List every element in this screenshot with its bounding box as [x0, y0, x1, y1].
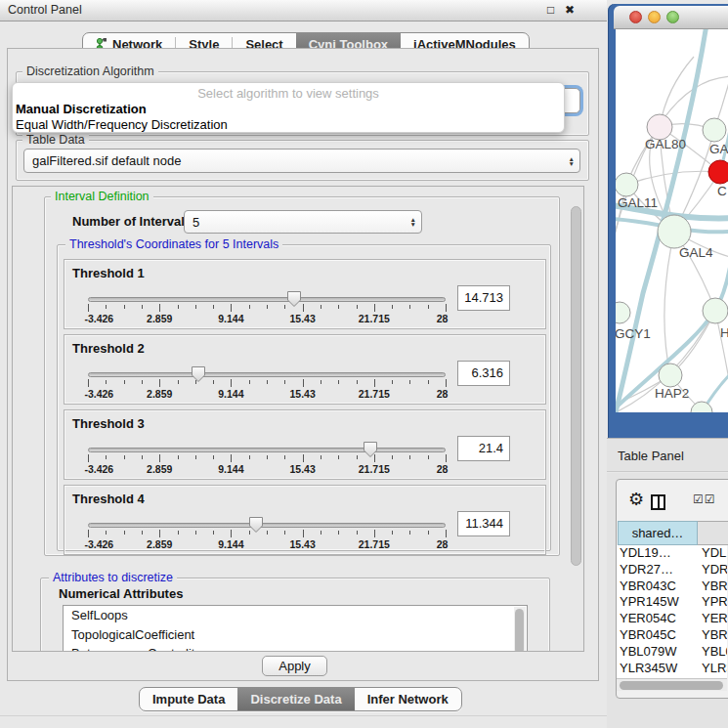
list-scrollbar[interactable] [514, 607, 526, 652]
threshold-slider[interactable]: -3.4262.8599.14415.4321.71528 [88, 442, 446, 479]
slider-thumb[interactable] [363, 441, 378, 458]
slider-tick-label: 21.715 [359, 538, 390, 550]
table-hscrollbar[interactable] [617, 678, 727, 691]
table-row[interactable]: YPR145WYPR1 [617, 594, 727, 611]
table-row[interactable]: YBR043CYBR0 [617, 578, 727, 595]
threshold-box-3: Threshold 3-3.4262.8599.14415.4321.71528… [64, 409, 546, 480]
slider-tick [249, 305, 250, 309]
network-node[interactable] [659, 364, 682, 387]
cyni-mode-tabs: Impute DataDiscretize DataInfer Network [139, 687, 462, 711]
table-panel-title: Table Panel [618, 449, 684, 463]
split-view-icon[interactable] [651, 494, 665, 510]
table-row[interactable]: YBL079WYBL0 [617, 644, 727, 661]
table-row[interactable]: YLR345WYLR3 [617, 661, 727, 677]
slider-tick [142, 531, 143, 535]
table-data-combobox[interactable]: galFiltered.sif default node ▲▼ [23, 149, 580, 173]
list-scrollbar-thumb[interactable] [515, 609, 524, 652]
table-hscrollbar-thumb[interactable] [620, 681, 723, 690]
attribute-item[interactable]: SelfLoops [64, 606, 527, 625]
numerical-attributes-list[interactable]: SelfLoopsTopologicalCoefficientBetweenne… [63, 605, 528, 652]
slider-tick-label: 2.859 [147, 463, 172, 475]
attribute-item[interactable]: BetweennessCentrality [64, 644, 527, 652]
tab-impute-data[interactable]: Impute Data [140, 688, 237, 710]
slider-tick-label: -3.426 [84, 388, 113, 400]
algorithm-option-1[interactable]: Manual Discretization [16, 102, 561, 117]
table-panel-header: Table Panel [607, 438, 728, 472]
slider-tick-label: 28 [437, 388, 449, 400]
network-node[interactable] [658, 215, 691, 248]
slider-tick [284, 531, 285, 535]
slider-track[interactable] [88, 372, 446, 377]
slider-tick [321, 305, 321, 309]
cell-shared-name: YDL19… [620, 545, 671, 562]
threshold-value-field[interactable]: 14.713 [457, 285, 510, 311]
threshold-value-field[interactable]: 6.316 [457, 361, 510, 386]
slider-tick [88, 454, 89, 462]
slider-tick-label: 15.43 [289, 538, 315, 550]
slider-track[interactable] [88, 297, 446, 302]
network-node[interactable] [708, 160, 728, 184]
cell-shared-name: YLR345W [620, 661, 677, 677]
slider-track[interactable] [88, 523, 446, 528]
slider-tick [446, 379, 447, 387]
network-node[interactable] [703, 298, 728, 323]
table-row[interactable]: YDL19…YDL1 [617, 545, 727, 562]
close-traffic-light-icon[interactable] [629, 11, 642, 23]
slider-tick [88, 530, 89, 537]
tab-infer-network[interactable]: Infer Network [355, 688, 461, 710]
threshold-value-field[interactable]: 11.344 [457, 511, 510, 536]
slider-tick [267, 455, 268, 459]
table-row[interactable]: YBR045CYBR0 [617, 627, 727, 644]
network-node[interactable] [703, 118, 726, 142]
slider-tick [409, 531, 410, 535]
slider-thumb[interactable] [286, 290, 302, 308]
slider-tick [409, 380, 410, 384]
cell-shared-name: YBR045C [620, 627, 676, 644]
slider-tick-label: 9.144 [218, 463, 243, 475]
threshold-slider[interactable]: -3.4262.8599.14415.4321.71528 [88, 517, 446, 554]
slider-tick [392, 380, 393, 384]
close-window-icon[interactable]: ✖ [565, 3, 575, 17]
apply-button[interactable]: Apply [262, 656, 327, 676]
tab-discretize-data[interactable]: Discretize Data [237, 688, 354, 710]
slider-tick [321, 455, 321, 459]
slider-thumb[interactable] [248, 516, 264, 534]
network-node[interactable] [616, 302, 630, 323]
checkbox-icons[interactable]: ☑☑ [693, 492, 716, 506]
column-header-shared[interactable]: shared… [618, 521, 698, 545]
network-window-titlebar [614, 6, 728, 29]
threshold-slider[interactable]: -3.4262.8599.14415.4321.71528 [88, 291, 446, 328]
combo-arrows-icon: ▲▼ [569, 156, 575, 166]
algorithm-option-2[interactable]: Equal Width/Frequency Discretization [16, 117, 561, 133]
node-table-rows: YDL19…YDL1YDR27…YDR2YBR043CYBR0YPR145WYP… [617, 545, 727, 678]
slider-track[interactable] [88, 448, 446, 452]
slider-tick-label: 15.43 [289, 313, 315, 324]
table-row[interactable]: YER054CYER0 [617, 611, 727, 627]
cell-shared-name: YER054C [620, 611, 676, 627]
content-scrollbar-thumb[interactable] [571, 206, 581, 566]
settings-scroll-area: Interval Definition Number of Intervals … [12, 186, 584, 652]
discretization-algorithm-title: Discretization Algorithm [22, 64, 158, 78]
slider-tick [267, 380, 268, 384]
slider-tick [409, 305, 410, 309]
slider-tick [159, 379, 160, 387]
tab-label: Discretize Data [250, 688, 341, 710]
cell-name: YBR0 [702, 627, 727, 644]
network-canvas[interactable]: GAL80GACGAL11GAL4GCY1HHAP2 [616, 29, 728, 412]
float-window-icon[interactable]: □ [547, 3, 554, 17]
minimize-traffic-light-icon[interactable] [648, 11, 661, 23]
zoom-traffic-light-icon[interactable] [666, 11, 679, 23]
attribute-item[interactable]: TopologicalCoefficient [64, 625, 527, 645]
table-row[interactable]: YDR27…YDR2 [617, 562, 727, 578]
slider-thumb[interactable] [191, 365, 206, 383]
column-header-name[interactable]: na [698, 521, 728, 545]
slider-tick [428, 305, 429, 309]
network-node[interactable] [616, 173, 638, 196]
gear-icon[interactable]: ⚙ [628, 490, 644, 509]
slider-tick [446, 454, 447, 462]
number-of-intervals-combobox[interactable]: 5 ▲▼ [184, 210, 422, 234]
threshold-slider[interactable]: -3.4262.8599.14415.4321.71528 [88, 366, 446, 404]
threshold-value-field[interactable]: 21.4 [457, 436, 510, 461]
slider-tick [124, 305, 125, 309]
slider-tick [213, 455, 214, 459]
